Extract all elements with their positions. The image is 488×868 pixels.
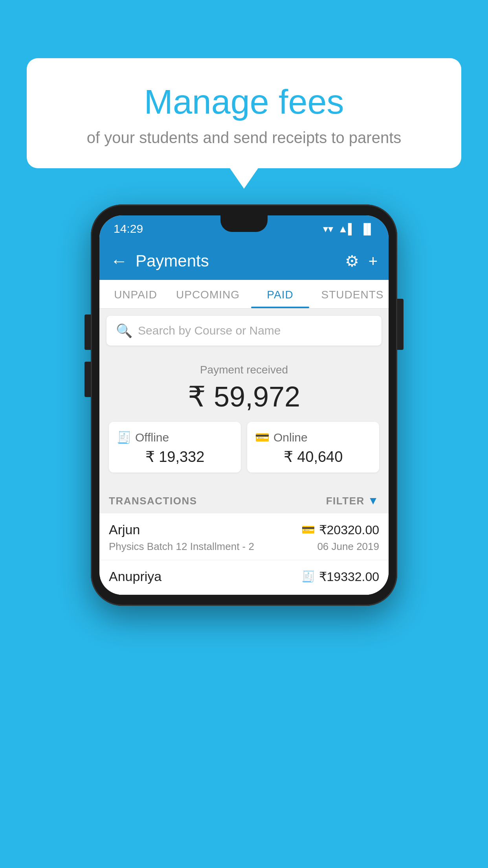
speech-bubble-container: Manage fees of your students and send re… [27, 58, 461, 168]
search-placeholder: Search by Course or Name [138, 324, 281, 337]
notch [220, 215, 268, 232]
transaction-date: 06 June 2019 [317, 541, 379, 553]
online-icon: 💳 [255, 430, 270, 444]
transaction-amount-wrap: 🧾 ₹19332.00 [301, 569, 379, 584]
status-time: 14:29 [114, 222, 143, 235]
wifi-icon: ▾▾ [323, 223, 333, 235]
back-button[interactable]: ← [110, 251, 128, 271]
battery-icon: ▐▌ [360, 223, 374, 235]
phone-screen: 14:29 ▾▾ ▲▌ ▐▌ ← Payments ⚙ + UNPAID U [99, 215, 389, 595]
payment-total-amount: ₹ 59,972 [109, 380, 379, 413]
table-row[interactable]: Arjun 💳 ₹20320.00 Physics Batch 12 Insta… [99, 513, 389, 560]
offline-amount: ₹ 19,332 [117, 448, 233, 465]
tab-upcoming[interactable]: UPCOMING [172, 280, 244, 308]
table-row[interactable]: Anupriya 🧾 ₹19332.00 [99, 560, 389, 595]
signal-icon: ▲▌ [338, 223, 355, 235]
tab-unpaid[interactable]: UNPAID [99, 280, 172, 308]
online-amount: ₹ 40,640 [255, 448, 371, 465]
transaction-amount-wrap: 💳 ₹20320.00 [301, 522, 379, 537]
tab-students[interactable]: STUDENTS [316, 280, 389, 308]
transaction-name: Arjun [109, 522, 140, 537]
offline-card: 🧾 Offline ₹ 19,332 [109, 422, 241, 473]
online-card: 💳 Online ₹ 40,640 [247, 422, 379, 473]
search-bar[interactable]: 🔍 Search by Course or Name [106, 316, 382, 346]
add-icon[interactable]: + [369, 252, 378, 270]
payment-mode-icon: 💳 [301, 523, 315, 536]
app-bar: ← Payments ⚙ + [99, 242, 389, 280]
app-bar-title: Payments [136, 252, 337, 270]
phone-outer: 14:29 ▾▾ ▲▌ ▐▌ ← Payments ⚙ + UNPAID U [91, 204, 397, 606]
tab-bar: UNPAID UPCOMING PAID STUDENTS [99, 280, 389, 309]
transaction-name: Anupriya [109, 569, 161, 584]
online-card-header: 💳 Online [255, 430, 371, 444]
speech-bubble: Manage fees of your students and send re… [27, 58, 461, 168]
bubble-subtitle: of your students and send receipts to pa… [50, 129, 438, 147]
filter-label: FILTER [326, 495, 365, 507]
transaction-amount: ₹20320.00 [319, 522, 379, 537]
status-bar: 14:29 ▾▾ ▲▌ ▐▌ [99, 215, 389, 242]
filter-button[interactable]: FILTER ▼ [326, 495, 379, 507]
transactions-label: TRANSACTIONS [109, 495, 197, 507]
transaction-course: Physics Batch 12 Installment - 2 [109, 541, 254, 553]
phone-mockup: 14:29 ▾▾ ▲▌ ▐▌ ← Payments ⚙ + UNPAID U [91, 204, 397, 606]
filter-icon: ▼ [368, 495, 379, 507]
settings-icon[interactable]: ⚙ [345, 252, 359, 270]
payment-received-label: Payment received [109, 364, 379, 376]
offline-icon: 🧾 [117, 430, 131, 444]
offline-label: Offline [135, 431, 169, 444]
online-label: Online [273, 431, 308, 444]
payment-cards: 🧾 Offline ₹ 19,332 💳 Online ₹ 40,640 [109, 422, 379, 480]
transaction-amount: ₹19332.00 [319, 569, 379, 584]
tab-paid[interactable]: PAID [244, 280, 316, 308]
payment-summary: Payment received ₹ 59,972 🧾 Offline ₹ 19… [99, 353, 389, 488]
offline-card-header: 🧾 Offline [117, 430, 233, 444]
transactions-header: TRANSACTIONS FILTER ▼ [99, 488, 389, 513]
search-container: 🔍 Search by Course or Name [99, 309, 389, 353]
search-icon: 🔍 [116, 323, 132, 338]
payment-mode-icon: 🧾 [301, 570, 315, 583]
app-bar-actions: ⚙ + [345, 252, 378, 270]
bubble-title: Manage fees [50, 82, 438, 122]
status-icons: ▾▾ ▲▌ ▐▌ [323, 223, 374, 235]
